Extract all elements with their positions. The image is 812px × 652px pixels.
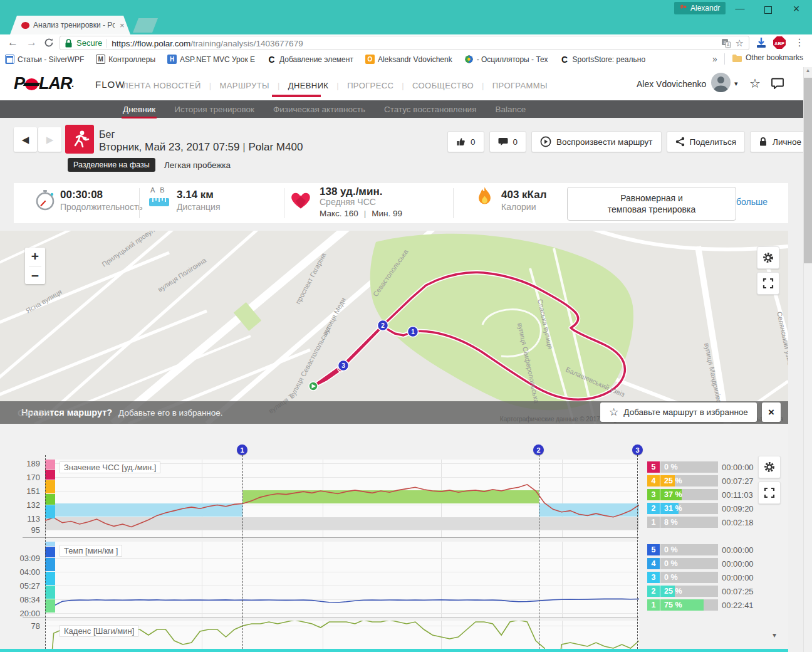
- url-bar[interactable]: Secure https://flow.polar.com/training/a…: [60, 36, 749, 50]
- route-map[interactable]: вулиця Полігоннапроспект Гагарінавулиця …: [0, 231, 788, 424]
- browser-tab[interactable]: Анализ тренировки - Po ×: [10, 16, 130, 34]
- lap-marker-badge[interactable]: 1: [237, 444, 247, 455]
- bookmark-item[interactable]: Ϲ SportsStore: реально: [560, 55, 645, 64]
- ruler-icon: [149, 197, 169, 209]
- bookmark-item[interactable]: H ASP.NET MVC Урок Е: [167, 55, 255, 64]
- prev-session-button[interactable]: ◀: [14, 127, 37, 152]
- lap-marker-line: [637, 455, 638, 652]
- window-close-button[interactable]: ×: [787, 3, 806, 16]
- reload-button[interactable]: [44, 38, 54, 50]
- url-host: https://flow.polar.com: [112, 39, 190, 48]
- zones-dropdown-caret-icon[interactable]: ▾: [773, 631, 776, 639]
- nav-item-programs[interactable]: ПРОГРАММЫ: [492, 81, 548, 90]
- training-benefit-box: Равномерная итемповая тренировка: [567, 187, 736, 221]
- other-bookmarks-button[interactable]: Other bookmarks: [732, 53, 803, 62]
- pace-tick: 05:27: [3, 581, 40, 591]
- nav-item-community[interactable]: СООБЩЕСТВО: [412, 81, 474, 90]
- user-menu-caret-icon[interactable]: ▾: [734, 80, 738, 88]
- bookmark-item[interactable]: O Aleksandr Vdovichenk: [365, 55, 452, 64]
- pace-tick: 03:09: [3, 554, 40, 563]
- chart-settings-button[interactable]: [758, 456, 781, 478]
- user-name[interactable]: Alex Vdovichenko: [637, 79, 706, 89]
- bookmark-label: Aleksandr Vdovichenk: [378, 55, 452, 64]
- subnav-diary[interactable]: Дневник: [123, 105, 155, 114]
- reload-icon: [44, 38, 54, 48]
- session-note: Легкая пробежка: [164, 160, 231, 170]
- lap-marker-badge[interactable]: 2: [533, 444, 544, 455]
- overlay-close-button[interactable]: ×: [762, 402, 781, 422]
- scrollbar-thumb[interactable]: [804, 78, 812, 263]
- next-session-button[interactable]: ▶: [38, 127, 61, 152]
- map-settings-button[interactable]: [757, 246, 779, 269]
- lap-marker-line: [242, 455, 243, 652]
- chart-fullscreen-button[interactable]: [758, 481, 781, 504]
- bookmark-item[interactable]: - Осцилляторы - Тех: [464, 55, 548, 64]
- zone-color-strip: [45, 460, 55, 469]
- avatar[interactable]: [711, 73, 731, 92]
- comment-button[interactable]: 0: [489, 131, 527, 152]
- bookmark-item[interactable]: Ϲ Добавление элемент: [267, 55, 353, 64]
- nav-item-diary[interactable]: ДНЕВНИК: [288, 81, 329, 90]
- hr-zone-row: 337 %00:11:03: [647, 489, 773, 500]
- nav-item-routes[interactable]: МАРШРУТЫ: [220, 81, 269, 90]
- polar-logo-o-icon: [25, 78, 38, 90]
- bookmarks-bar: Статьи - SilverWPF M Контроллеры H ASP.N…: [0, 51, 812, 67]
- window-minimize-button[interactable]: —: [731, 3, 749, 13]
- phase-split-badge[interactable]: Разделение на фазы: [68, 158, 155, 172]
- google-watermark: Google: [18, 408, 52, 418]
- translate-icon[interactable]: аA: [721, 38, 731, 48]
- pace-zone-row: 225 %00:07:25: [647, 586, 773, 597]
- browser-profile-chip[interactable]: Alexandr: [674, 2, 726, 14]
- share-button[interactable]: Поделиться: [667, 131, 746, 152]
- bookmarks-overflow-chevron[interactable]: »: [710, 54, 720, 64]
- replay-route-button[interactable]: Воспроизвести маршрут: [531, 131, 662, 152]
- duration-label: Продолжительность: [60, 202, 143, 212]
- tab-close-icon[interactable]: ×: [120, 21, 125, 30]
- hr-zone-row: 425 %00:07:27: [647, 475, 773, 486]
- add-route-favorite-button[interactable]: ☆ Добавьте маршрут в избранное: [600, 402, 757, 422]
- subnav-balance[interactable]: Balance: [495, 105, 526, 114]
- zoom-out-button[interactable]: −: [31, 268, 39, 283]
- screen: Анализ тренировки - Po × Alexandr — × ← …: [0, 0, 812, 652]
- flow-label[interactable]: FLOW: [95, 79, 125, 90]
- polar-favicon-icon: [21, 22, 29, 29]
- bookmark-label: - Осцилляторы - Тех: [477, 55, 548, 64]
- forward-button[interactable]: →: [26, 36, 37, 49]
- zoom-in-button[interactable]: +: [31, 249, 39, 264]
- like-button[interactable]: 0: [447, 131, 484, 152]
- browser-menu-icon[interactable]: ⋮: [794, 36, 804, 48]
- bookmark-star-icon[interactable]: ☆: [736, 38, 744, 49]
- lap-marker-line: [539, 455, 539, 652]
- running-sport-icon: [65, 125, 94, 154]
- privacy-button[interactable]: Личное: [750, 131, 810, 152]
- nav-item-feed[interactable]: ЛЕНТА НОВОСТЕЙ: [123, 81, 201, 90]
- zone-color-strip: [45, 470, 55, 480]
- subnav-recovery[interactable]: Статус восстановления: [384, 105, 477, 114]
- favorites-star-icon[interactable]: ☆: [749, 76, 761, 91]
- pace-chart-plot[interactable]: [45, 542, 639, 618]
- lock-icon: [759, 137, 768, 147]
- messages-icon[interactable]: [771, 78, 784, 92]
- hr-tick: 132: [3, 500, 40, 510]
- more-link[interactable]: больше: [736, 197, 768, 207]
- profile-chip-icon: [680, 4, 687, 12]
- bookmark-item[interactable]: M Контроллеры: [96, 55, 155, 64]
- map-fullscreen-button[interactable]: [757, 272, 779, 295]
- subnav-activity[interactable]: Физическая активность: [273, 105, 365, 114]
- subnav-history[interactable]: История тренировок: [174, 105, 254, 114]
- adblock-icon[interactable]: ABP: [773, 36, 786, 52]
- route-ab-labels: АВ: [150, 186, 170, 194]
- other-bookmarks-label: Other bookmarks: [746, 53, 803, 62]
- scrollbar-up-arrow[interactable]: ▲: [804, 68, 812, 73]
- polar-main-nav: ЛЕНТА НОВОСТЕЙ| МАРШРУТЫ| ДНЕВНИК| ПРОГР…: [123, 81, 548, 90]
- download-extension-icon[interactable]: [755, 36, 768, 51]
- nav-item-progress[interactable]: ПРОГРЕСС: [347, 81, 393, 90]
- bookmark-item[interactable]: Статьи - SilverWPF: [5, 55, 84, 64]
- hr-tick: 151: [3, 486, 40, 496]
- back-button[interactable]: ←: [8, 36, 18, 49]
- lap-marker-badge[interactable]: 3: [632, 444, 643, 455]
- map-lap-marker-label: 1: [411, 329, 415, 335]
- window-maximize-button[interactable]: [764, 6, 772, 14]
- polar-logo[interactable]: PLAR.: [14, 74, 73, 93]
- street-label: Ясна вулиця: [24, 288, 63, 315]
